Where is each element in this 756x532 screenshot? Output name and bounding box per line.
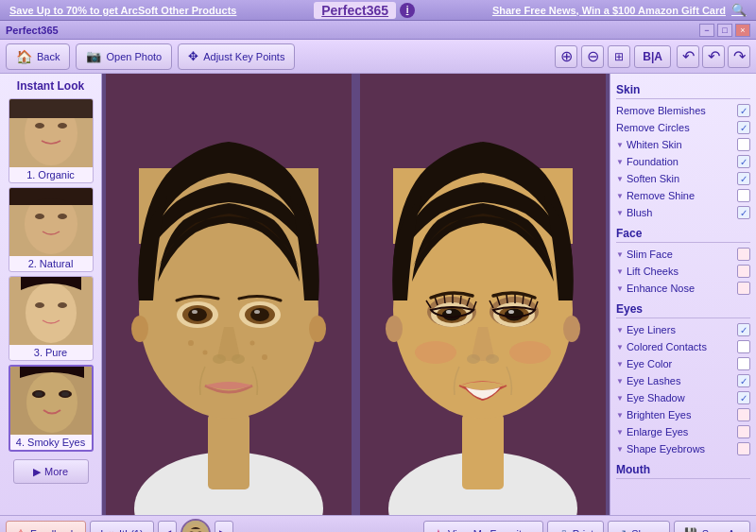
adjust-key-points-button[interactable]: ✥ Adjust Key Points <box>178 43 295 70</box>
window-controls: − □ × <box>699 24 750 37</box>
triangle-whiten-skin: ▼ <box>616 141 624 149</box>
look-item-3[interactable]: 3. Pure <box>9 276 94 361</box>
checkbox-whiten-skin[interactable] <box>737 138 750 151</box>
before-face-panel <box>102 74 356 515</box>
feature-remove-shine[interactable]: ▼ Remove Shine <box>616 187 750 204</box>
feature-eye-color[interactable]: ▼ Eye Color <box>616 355 750 372</box>
next-arrow[interactable]: ▶ <box>215 521 233 533</box>
feature-enlarge-eyes[interactable]: ▼ Enlarge Eyes <box>616 423 750 440</box>
checkbox-shape-eyebrows[interactable] <box>737 442 750 455</box>
panel-title: Instant Look <box>17 79 84 93</box>
checkbox-brighten-eyes[interactable] <box>737 408 750 421</box>
look-face-3 <box>9 277 93 345</box>
feature-eye-liners[interactable]: ▼ Eye Liners ✓ <box>616 321 750 338</box>
svg-point-18 <box>35 392 43 397</box>
triangle-lift-cheeks: ▼ <box>616 267 624 276</box>
look-label-4: 4. Smoky Eyes <box>10 435 92 450</box>
toolbar: 🏠 Back 📷 Open Photo ✥ Adjust Key Points … <box>0 40 756 74</box>
triangle-eye-lashes: ▼ <box>616 377 624 386</box>
prev-arrow[interactable]: ◀ <box>158 521 177 533</box>
undo-group: ↶ ↶ ↷ <box>677 45 750 68</box>
share-button[interactable]: ↗ Share <box>608 521 669 533</box>
minimize-button[interactable]: − <box>699 24 714 37</box>
redo-button[interactable]: ↷ <box>728 45 750 68</box>
svg-point-39 <box>131 316 148 342</box>
like-button[interactable]: I ♥ It! (1) <box>90 521 153 533</box>
svg-point-57 <box>509 341 551 364</box>
more-button[interactable]: ▶ More <box>13 459 89 484</box>
back-button[interactable]: 🏠 Back <box>6 43 70 70</box>
feature-shape-eyebrows[interactable]: ▼ Shape Eyebrows <box>616 440 750 457</box>
feature-brighten-eyes[interactable]: ▼ Brighten Eyes <box>616 406 750 423</box>
zoom-in-button[interactable]: ⊕ <box>555 45 577 68</box>
bia-button[interactable]: B|A <box>634 45 671 68</box>
feedback-button[interactable]: ⚠ Feedback <box>6 521 86 533</box>
section-mouth: Mouth <box>616 463 750 479</box>
right-ad[interactable]: Share Free News, Win a $100 Amazon Gift … <box>492 5 726 16</box>
checkbox-colored-contacts[interactable] <box>737 340 750 353</box>
checkbox-foundation[interactable]: ✓ <box>737 155 750 168</box>
look-label-2: 2. Natural <box>9 256 93 271</box>
look-item-1[interactable]: 1. Organic <box>9 98 94 183</box>
feature-eye-lashes[interactable]: ▼ Eye Lashes ✓ <box>616 372 750 389</box>
checkbox-lift-cheeks[interactable] <box>737 265 750 278</box>
svg-point-32 <box>254 310 260 314</box>
svg-point-49 <box>442 309 461 321</box>
svg-point-33 <box>213 354 226 364</box>
feature-colored-contacts[interactable]: ▼ Colored Contacts <box>616 338 750 355</box>
heart-icon: ♥ <box>108 528 114 533</box>
triangle-colored-contacts: ▼ <box>616 343 624 352</box>
feature-lift-cheeks[interactable]: ▼ Lift Cheeks <box>616 263 750 280</box>
feature-eye-shadow[interactable]: ▼ Eye Shadow ✓ <box>616 389 750 406</box>
open-photo-button[interactable]: 📷 Open Photo <box>76 43 172 70</box>
feature-slim-face[interactable]: ▼ Slim Face <box>616 246 750 263</box>
checkbox-remove-blemishes[interactable]: ✓ <box>737 104 750 117</box>
checkbox-soften-skin[interactable]: ✓ <box>737 172 750 185</box>
feature-remove-blemishes[interactable]: Remove Blemishes ✓ <box>616 102 750 119</box>
left-panel: Instant Look 1. Organic <box>0 74 102 515</box>
feature-remove-circles[interactable]: Remove Circles ✓ <box>616 119 750 136</box>
section-skin: Skin <box>616 83 750 99</box>
adjust-icon: ✥ <box>188 49 198 63</box>
checkbox-enlarge-eyes[interactable] <box>737 425 750 438</box>
checkbox-eye-liners[interactable]: ✓ <box>737 323 750 336</box>
save-as-button[interactable]: 💾 Save As <box>674 521 750 533</box>
look-item-4[interactable]: 4. Smoky Eyes <box>9 365 94 452</box>
svg-point-56 <box>415 341 456 364</box>
svg-point-12 <box>35 302 44 308</box>
checkbox-remove-shine[interactable] <box>737 189 750 202</box>
svg-point-55 <box>508 310 514 314</box>
checkbox-eye-shadow[interactable]: ✓ <box>737 391 750 404</box>
undo2-button[interactable]: ↶ <box>702 45 725 68</box>
checkbox-slim-face[interactable] <box>737 248 750 261</box>
left-ad[interactable]: Save Up to 70% to get ArcSoft Other Prod… <box>9 5 236 16</box>
feature-soften-skin[interactable]: ▼ Soften Skin ✓ <box>616 170 750 187</box>
photo-icon: 📷 <box>86 49 101 63</box>
compare-button[interactable]: ⊞ <box>608 45 630 68</box>
look-item-2[interactable]: 2. Natural <box>9 187 94 272</box>
svg-point-58 <box>467 354 480 364</box>
feature-blush[interactable]: ▼ Blush ✓ <box>616 204 750 221</box>
feature-enhance-nose[interactable]: ▼ Enhance Nose <box>616 280 750 297</box>
checkbox-eye-color[interactable] <box>737 357 750 370</box>
checkbox-remove-circles[interactable]: ✓ <box>737 121 750 134</box>
feature-foundation[interactable]: ▼ Foundation ✓ <box>616 153 750 170</box>
triangle-enhance-nose: ▼ <box>616 284 624 293</box>
checkbox-blush[interactable]: ✓ <box>737 206 750 219</box>
section-eyes: Eyes <box>616 302 750 318</box>
checkbox-enhance-nose[interactable] <box>737 282 750 295</box>
undo-button[interactable]: ↶ <box>677 45 699 68</box>
maximize-button[interactable]: □ <box>717 24 732 37</box>
feature-whiten-skin[interactable]: ▼ Whiten Skin <box>616 136 750 153</box>
triangle-blush: ▼ <box>616 209 624 217</box>
close-button[interactable]: × <box>735 24 750 37</box>
view-favorites-button[interactable]: ★ View My Favorites <box>423 521 543 533</box>
info-icon[interactable]: i <box>400 3 415 18</box>
share-icon: ↗ <box>618 527 627 532</box>
thumbnail <box>180 519 211 533</box>
triangle-slim-face: ▼ <box>616 250 624 259</box>
zoom-out-button[interactable]: ⊖ <box>581 45 604 68</box>
print-button[interactable]: 🖨 Print <box>547 521 605 533</box>
svg-point-50 <box>446 310 452 314</box>
checkbox-eye-lashes[interactable]: ✓ <box>737 374 750 387</box>
